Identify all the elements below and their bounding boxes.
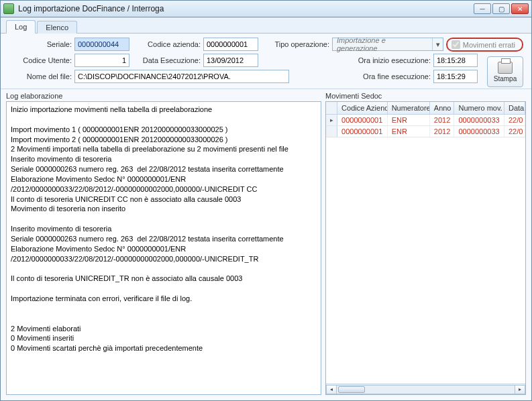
log-textbox[interactable]: Inizio importazione movimenti nella tabe…: [6, 101, 321, 395]
scroll-track[interactable]: [337, 385, 515, 394]
ora-fine-label: Ora fine esecuzione:: [289, 72, 433, 80]
grid-title: Movimenti Sedoc: [325, 92, 526, 100]
window-title: Log importazione DocFinance / Interroga: [18, 4, 474, 13]
tipo-operazione-value: Importazione e generazione: [333, 36, 432, 52]
table-row[interactable]: ▸ 0000000001 ENR 2012 0000000033 22/0: [326, 115, 525, 126]
tipo-operazione-label: Tipo operazione:: [258, 40, 332, 48]
tabstrip: Log Elenco: [1, 17, 531, 34]
tab-elenco[interactable]: Elenco: [37, 21, 77, 34]
seriale-label: Seriale:: [7, 40, 74, 48]
close-button[interactable]: ✕: [511, 3, 529, 14]
minimize-button[interactable]: ─: [474, 3, 491, 14]
ora-inizio-field[interactable]: [433, 54, 478, 67]
grid-body: ▸ 0000000001 ENR 2012 0000000033 22/0 00…: [326, 115, 525, 384]
grid-header: Codice Azienda Numeratore Anno Numero mo…: [326, 102, 525, 115]
seriale-field[interactable]: [74, 38, 129, 51]
log-panel: Log elaborazione Inizio importazione mov…: [6, 92, 321, 395]
row-indicator: [326, 126, 337, 137]
ora-inizio-label: Ora inizio esecuzione:: [258, 56, 433, 64]
col-numeratore[interactable]: Numeratore: [388, 102, 430, 114]
scroll-thumb[interactable]: [338, 386, 365, 393]
movimenti-grid[interactable]: Codice Azienda Numeratore Anno Numero mo…: [325, 101, 526, 395]
col-numero-mov[interactable]: Numero mov.: [454, 102, 504, 114]
printer-icon: [498, 62, 513, 74]
tab-log[interactable]: Log: [6, 20, 36, 34]
col-anno[interactable]: Anno: [430, 102, 455, 114]
row-header-corner: [326, 102, 337, 114]
table-row[interactable]: 0000000001 ENR 2012 0000000033 22/0: [326, 126, 525, 137]
movimenti-errati-label: Movimenti errati: [463, 41, 515, 49]
chevron-down-icon: ▾: [432, 38, 443, 50]
tipo-operazione-dropdown[interactable]: Importazione e generazione ▾: [332, 38, 443, 51]
col-data[interactable]: Data: [504, 102, 525, 114]
form-area: Movimenti errati Stampa Seriale: Codice …: [1, 34, 531, 89]
codice-utente-field[interactable]: [74, 54, 129, 67]
col-codice-azienda[interactable]: Codice Azienda: [337, 102, 388, 114]
grid-panel: Movimenti Sedoc Codice Azienda Numerator…: [325, 92, 526, 395]
lower-split: Log elaborazione Inizio importazione mov…: [1, 89, 531, 400]
movimenti-errati-checkbox[interactable]: [451, 40, 460, 49]
data-esecuzione-label: Data Esecuzione:: [129, 56, 203, 64]
ora-fine-field[interactable]: [433, 70, 478, 83]
horizontal-scrollbar[interactable]: ◂ ▸: [326, 384, 525, 394]
scroll-right-icon[interactable]: ▸: [515, 385, 525, 394]
stampa-button[interactable]: Stampa: [487, 56, 523, 87]
nome-file-field[interactable]: [74, 70, 289, 83]
client-area: Log Elenco Movimenti errati Stampa Seria…: [0, 17, 532, 401]
scroll-left-icon[interactable]: ◂: [326, 385, 337, 394]
codice-azienda-field[interactable]: [203, 38, 258, 51]
app-icon: [3, 3, 14, 14]
codice-utente-label: Codice Utente:: [7, 56, 74, 64]
row-indicator-icon: ▸: [326, 115, 337, 125]
nome-file-label: Nome del file:: [7, 72, 74, 80]
log-title: Log elaborazione: [6, 92, 321, 100]
movimenti-errati-wrap: Movimenti errati: [446, 38, 523, 52]
codice-azienda-label: Codice azienda:: [129, 40, 203, 48]
maximize-button[interactable]: ▢: [492, 3, 510, 14]
data-esecuzione-field[interactable]: [203, 54, 258, 67]
titlebar: Log importazione DocFinance / Interroga …: [0, 0, 532, 17]
stampa-label: Stampa: [494, 75, 517, 82]
